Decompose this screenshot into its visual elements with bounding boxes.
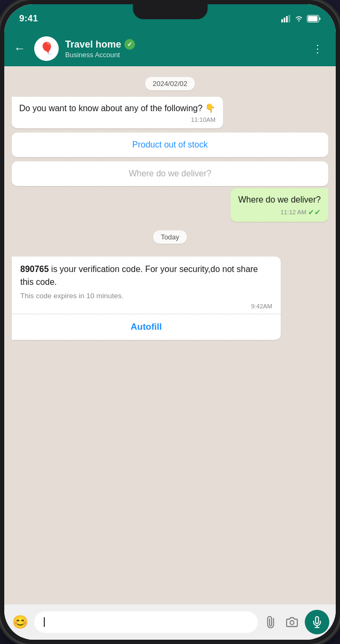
verification-subtext: This code expires in 10 minutes. <box>20 292 272 300</box>
outgoing-bubble: Where do we deliver? 11:12 AM ✔✔ <box>231 188 328 222</box>
date-badge-text: 2024/02/02 <box>145 77 195 90</box>
date-badge: 2024/02/02 <box>12 77 328 90</box>
svg-rect-6 <box>308 16 318 21</box>
camera-icon <box>286 616 298 628</box>
outgoing-message: Where do we deliver? 11:12 AM ✔✔ <box>231 188 328 222</box>
svg-point-7 <box>290 620 294 624</box>
double-check-icon: ✔✔ <box>308 208 321 216</box>
phone-screen: 9:41 <box>4 4 336 640</box>
status-time: 9:41 <box>19 13 38 24</box>
today-badge: Today <box>12 230 328 244</box>
outgoing-time: 11:12 AM ✔✔ <box>238 208 321 216</box>
status-icons <box>281 15 321 22</box>
camera-button[interactable] <box>283 614 301 631</box>
autofill-button[interactable]: Autofill <box>12 314 281 340</box>
message-input[interactable] <box>34 611 258 633</box>
verification-text: 890765 is your verification code. For yo… <box>20 263 272 289</box>
incoming-time: 11:10AM <box>19 117 216 123</box>
contact-subtitle: Business Account <box>65 51 302 59</box>
verification-body: 890765 is your verification code. For yo… <box>12 257 281 302</box>
back-button[interactable]: ← <box>12 40 28 58</box>
svg-point-4 <box>298 20 299 21</box>
signal-icon <box>281 15 291 22</box>
svg-rect-2 <box>286 16 288 22</box>
text-cursor <box>44 617 45 627</box>
avatar: 🎈 <box>34 36 59 61</box>
attach-button[interactable] <box>258 610 282 634</box>
contact-name: Travel home ✓ <box>65 39 302 50</box>
input-bar: 😊 <box>4 604 336 640</box>
more-options-button[interactable]: ⋮ <box>308 40 328 57</box>
mic-button[interactable] <box>305 610 329 634</box>
quick-reply-product[interactable]: Product out of stock <box>12 133 328 157</box>
outgoing-text: Where do we deliver? <box>238 193 321 206</box>
quick-reply-deliver[interactable]: Where do we deliver? <box>12 161 328 186</box>
svg-rect-0 <box>281 19 283 22</box>
notch <box>133 4 208 19</box>
incoming-text: Do you want to know about any of the fol… <box>19 102 216 114</box>
emoji-button[interactable]: 😊 <box>11 612 30 632</box>
svg-rect-1 <box>284 18 286 22</box>
chat-header: ← 🎈 Travel home ✓ Business Account ⋮ <box>4 31 336 66</box>
incoming-message: Do you want to know about any of the fol… <box>12 97 223 128</box>
contact-info: Travel home ✓ Business Account <box>65 39 302 59</box>
verification-time: 9:42AM <box>12 302 281 314</box>
incoming-bubble: Do you want to know about any of the fol… <box>12 97 223 128</box>
battery-icon <box>307 15 321 22</box>
verification-message: 890765 is your verification code. For yo… <box>12 257 281 340</box>
svg-rect-3 <box>289 15 290 22</box>
verification-code: 890765 <box>20 265 49 274</box>
phone-frame: 9:41 <box>0 0 340 644</box>
verified-badge: ✓ <box>124 39 135 50</box>
mic-icon <box>311 616 323 628</box>
wifi-icon <box>294 15 304 22</box>
paperclip-icon <box>262 614 279 630</box>
chat-area: 2024/02/02 Do you want to know about any… <box>4 66 336 604</box>
today-badge-text: Today <box>153 230 187 244</box>
